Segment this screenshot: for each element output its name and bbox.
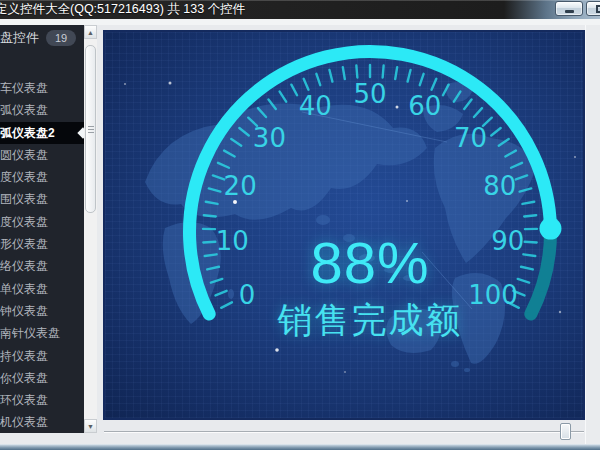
sidebar-item[interactable]: 度仪表盘 (0, 166, 84, 188)
gauge-dial: 0102030405060708090100 (105, 32, 583, 418)
gauge-panel: 0102030405060708090100 88% 销售完成额 (103, 30, 585, 420)
sidebar-header-label: 盘控件 (0, 30, 39, 45)
sidebar-item[interactable]: 圆仪表盘 (0, 144, 84, 166)
window-title: 定义控件大全(QQ:517216493) 共 133 个控件 (0, 0, 245, 19)
sidebar-scrollbar[interactable]: ▲ ▼ (84, 25, 97, 433)
window-bottom-border (0, 444, 600, 450)
sidebar: 盘控件 19 车仪表盘弧仪表盘弧仪表盘2圆仪表盘度仪表盘围仪表盘度仪表盘形仪表盘… (0, 25, 84, 433)
sidebar-item[interactable]: 弧仪表盘 (0, 99, 84, 121)
sidebar-item[interactable]: 形仪表盘 (0, 233, 84, 255)
sidebar-header: 盘控件 19 (0, 25, 84, 51)
sidebar-item[interactable]: 你仪表盘 (0, 367, 84, 389)
gauge-title-text: 销售完成额 (105, 297, 585, 344)
sidebar-item[interactable]: 弧仪表盘2 (0, 122, 84, 144)
svg-text:20: 20 (224, 171, 257, 201)
value-slider-track[interactable] (104, 431, 584, 432)
svg-text:60: 60 (408, 91, 441, 121)
sidebar-count-badge: 19 (46, 30, 76, 46)
caption-buttons (555, 1, 600, 16)
sidebar-item[interactable]: 环仪表盘 (0, 389, 84, 411)
value-slider-thumb[interactable] (560, 423, 571, 440)
svg-text:30: 30 (253, 123, 286, 153)
sidebar-item[interactable]: 钟仪表盘 (0, 300, 84, 322)
scrollbar-thumb[interactable] (85, 45, 96, 213)
right-frame-strip (585, 25, 600, 444)
sidebar-item[interactable]: 围仪表盘 (0, 188, 84, 210)
sidebar-item[interactable]: 络仪表盘 (0, 255, 84, 277)
svg-text:80: 80 (483, 171, 516, 201)
scrollbar-grip-icon (88, 129, 94, 130)
sidebar-item[interactable]: 南针仪表盘 (0, 322, 84, 344)
sidebar-item[interactable]: 持仪表盘 (0, 345, 84, 367)
sidebar-item[interactable]: 机仪表盘 (0, 411, 84, 433)
maximize-button[interactable] (586, 1, 600, 16)
sidebar-item[interactable]: 车仪表盘 (0, 77, 84, 99)
sidebar-item-list: 车仪表盘弧仪表盘弧仪表盘2圆仪表盘度仪表盘围仪表盘度仪表盘形仪表盘络仪表盘单仪表… (0, 77, 84, 433)
sidebar-item[interactable]: 单仪表盘 (0, 278, 84, 300)
minimize-icon (565, 10, 574, 13)
gauge-value-text: 88% (105, 229, 585, 296)
selected-marker-icon (77, 127, 84, 138)
titlebar: 定义控件大全(QQ:517216493) 共 133 个控件 (0, 0, 600, 19)
scroll-down-button[interactable]: ▼ (84, 419, 97, 433)
svg-text:70: 70 (454, 123, 487, 153)
app-window: 定义控件大全(QQ:517216493) 共 133 个控件 盘控件 19 车仪… (0, 0, 600, 450)
sidebar-item[interactable]: 度仪表盘 (0, 211, 84, 233)
maximize-icon (596, 5, 600, 13)
svg-text:50: 50 (353, 79, 386, 109)
scroll-up-button[interactable]: ▲ (84, 25, 97, 39)
svg-text:40: 40 (299, 91, 332, 121)
minimize-button[interactable] (555, 1, 583, 16)
